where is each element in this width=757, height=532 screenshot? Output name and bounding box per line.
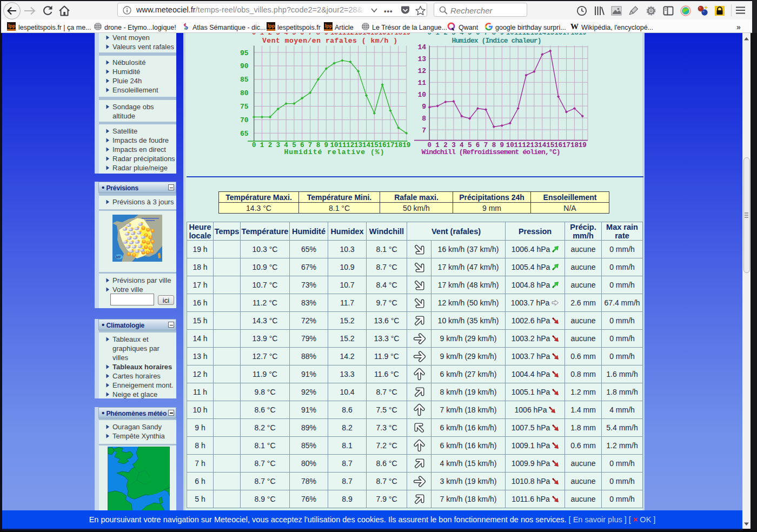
svg-text:18: 18: [570, 142, 579, 149]
svg-text:95: 95: [240, 49, 249, 57]
svg-text:Humidex (Indice chaleur): Humidex (Indice chaleur): [452, 37, 542, 45]
svg-text:90: 90: [240, 62, 249, 70]
svg-text:19: 19: [402, 142, 410, 149]
svg-text:11: 11: [417, 79, 426, 87]
svg-text:1: 1: [260, 142, 264, 149]
svg-text:80: 80: [240, 89, 249, 97]
svg-text:MF: MF: [116, 255, 122, 259]
svg-text:1: 1: [435, 33, 439, 37]
svg-text:85: 85: [240, 76, 249, 84]
svg-text:9: 9: [422, 103, 426, 111]
svg-text:18: 18: [394, 142, 402, 149]
svg-text:15: 15: [546, 33, 554, 37]
svg-text:8: 8: [422, 115, 426, 123]
svg-text:19: 19: [579, 142, 587, 149]
svg-text:0: 0: [252, 142, 256, 149]
svg-text:Windchill (Refroidissement éol: Windchill (Refroidissement éolien,°C): [422, 148, 561, 156]
svg-text:65: 65: [240, 130, 249, 138]
svg-text:16: 16: [554, 33, 562, 37]
svg-text:18: 18: [570, 33, 578, 37]
svg-text:0: 0: [252, 33, 256, 37]
svg-text:12: 12: [417, 67, 426, 75]
svg-text:Humidité relative (%): Humidité relative (%): [284, 148, 384, 156]
svg-text:3: 3: [276, 142, 280, 149]
svg-text:17: 17: [562, 142, 570, 149]
svg-text:19: 19: [402, 33, 410, 37]
svg-text:10: 10: [417, 91, 426, 99]
svg-text:70: 70: [240, 116, 249, 124]
svg-text:14: 14: [417, 43, 426, 51]
svg-text:19: 19: [579, 33, 586, 37]
svg-text:0: 0: [428, 33, 431, 37]
svg-text:2: 2: [268, 142, 273, 149]
svg-text:13: 13: [417, 55, 426, 63]
svg-text:75: 75: [240, 103, 249, 111]
svg-text:7: 7: [422, 127, 426, 135]
svg-text:2: 2: [443, 33, 447, 37]
svg-text:17: 17: [386, 142, 394, 149]
svg-text:17: 17: [562, 33, 570, 37]
svg-text:Vent moyen/en rafales ( km/h ): Vent moyen/en rafales ( km/h ): [262, 37, 397, 45]
